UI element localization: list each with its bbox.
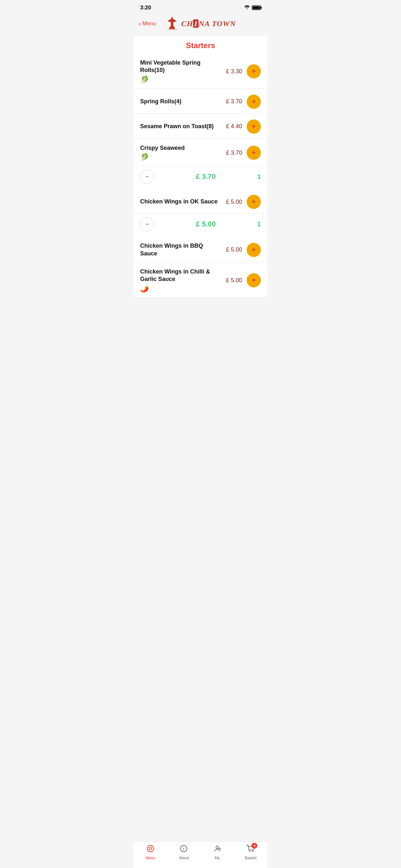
menu-item-left: Crispy Seaweed🥬 bbox=[140, 144, 220, 161]
menu-item-left: Mini Vegetable Spring Rolls(10)🥬 bbox=[140, 59, 220, 84]
restaurant-name: CH1NA TOWN bbox=[181, 19, 236, 28]
logo-area: CHINA TOWN CH1NA TOWN bbox=[165, 17, 236, 30]
menu-item-right: £ 3.70+ bbox=[220, 95, 261, 109]
decrease-quantity-button[interactable]: − bbox=[140, 169, 154, 184]
menu-item-left: Chicken Wings in Chilli & Garlic Sauce🌶️ bbox=[140, 268, 220, 293]
quantity-row: −£ 3.701 bbox=[134, 166, 267, 189]
menu-item-icon: 🥬 bbox=[140, 153, 220, 161]
menu-item-right: £ 3.70+ bbox=[220, 146, 261, 160]
add-to-cart-button[interactable]: + bbox=[247, 95, 261, 109]
add-to-cart-button[interactable]: + bbox=[247, 273, 261, 287]
add-to-cart-button[interactable]: + bbox=[247, 120, 261, 134]
menu-item-name: Mini Vegetable Spring Rolls(10) bbox=[140, 59, 201, 73]
quantity-price: £ 3.70 bbox=[196, 173, 216, 181]
back-chevron-icon: ‹ bbox=[139, 20, 141, 27]
menu-item: Chicken Wings in OK Sauce£ 5.00+ bbox=[134, 189, 267, 214]
plus-icon: + bbox=[252, 198, 256, 206]
section-title-container: Starters bbox=[134, 35, 267, 53]
add-to-cart-button[interactable]: + bbox=[247, 195, 261, 209]
add-to-cart-button[interactable]: + bbox=[247, 64, 261, 79]
menu-item: Chicken Wings in BBQ Sauce£ 5.00+ bbox=[134, 237, 267, 262]
plus-icon: + bbox=[252, 246, 256, 253]
plus-icon: + bbox=[252, 68, 256, 75]
menu-item-price: £ 4.40 bbox=[220, 123, 242, 130]
battery-icon bbox=[252, 5, 261, 10]
menu-item-right: £ 5.00+ bbox=[220, 243, 261, 257]
plus-icon: + bbox=[252, 277, 256, 284]
menu-item-price: £ 3.30 bbox=[220, 68, 242, 75]
header: ‹ Menu CHINA TOWN CH1NA TOWN bbox=[134, 13, 267, 35]
content-area: Starters Mini Vegetable Spring Rolls(10)… bbox=[134, 35, 267, 330]
menu-item-name: Crispy Seaweed bbox=[140, 145, 185, 151]
plus-icon: + bbox=[252, 149, 256, 156]
menu-item-name: Spring Rolls(4) bbox=[140, 98, 181, 104]
menu-item-price: £ 5.00 bbox=[220, 198, 242, 206]
menu-item-right: £ 3.30+ bbox=[220, 64, 261, 79]
menu-item-left: Spring Rolls(4) bbox=[140, 98, 220, 105]
menu-item-name: Chicken Wings in BBQ Sauce bbox=[140, 243, 203, 256]
back-button[interactable]: ‹ Menu bbox=[139, 20, 156, 27]
status-bar: 3:20 ··· bbox=[134, 0, 267, 13]
signal-icon: ··· bbox=[237, 5, 242, 10]
quantity-count: 1 bbox=[257, 221, 261, 228]
status-icons: ··· bbox=[237, 5, 261, 11]
add-to-cart-button[interactable]: + bbox=[247, 243, 261, 257]
menu-item-left: Chicken Wings in OK Sauce bbox=[140, 198, 220, 206]
minus-icon: − bbox=[145, 174, 149, 180]
menu-item-icon: 🥬 bbox=[140, 75, 220, 84]
menu-item-price: £ 3.70 bbox=[220, 150, 242, 156]
svg-text:CHINA TOWN: CHINA TOWN bbox=[167, 29, 178, 30]
quantity-row: −£ 5.001 bbox=[134, 214, 267, 237]
menu-item-name: Chicken Wings in OK Sauce bbox=[140, 198, 218, 205]
menu-item-name: Chicken Wings in Chilli & Garlic Sauce bbox=[140, 268, 210, 282]
menu-item: Chicken Wings in Chilli & Garlic Sauce🌶️… bbox=[134, 262, 267, 298]
section-title: Starters bbox=[186, 41, 215, 50]
menu-item-right: £ 4.40+ bbox=[220, 120, 261, 134]
menu-item-name: Sesame Prawn on Toast(8) bbox=[140, 123, 214, 129]
menu-item-left: Sesame Prawn on Toast(8) bbox=[140, 123, 220, 130]
quantity-price: £ 5.00 bbox=[196, 220, 216, 228]
menu-item-right: £ 5.00+ bbox=[220, 273, 261, 287]
menu-item: Crispy Seaweed🥬£ 3.70+ bbox=[134, 138, 267, 166]
menu-item-left: Chicken Wings in BBQ Sauce bbox=[140, 242, 220, 257]
menu-item-price: £ 5.00 bbox=[220, 277, 242, 284]
menu-list: Mini Vegetable Spring Rolls(10)🥬£ 3.30+S… bbox=[134, 53, 267, 298]
add-to-cart-button[interactable]: + bbox=[247, 146, 261, 160]
back-label: Menu bbox=[143, 20, 156, 27]
plus-icon: + bbox=[252, 98, 256, 105]
decrease-quantity-button[interactable]: − bbox=[140, 217, 154, 231]
wifi-icon bbox=[244, 5, 250, 11]
minus-icon: − bbox=[145, 221, 149, 227]
menu-item-right: £ 5.00+ bbox=[220, 195, 261, 209]
menu-item-icon: 🌶️ bbox=[140, 284, 220, 293]
menu-item: Sesame Prawn on Toast(8)£ 4.40+ bbox=[134, 114, 267, 138]
svg-point-1 bbox=[172, 17, 173, 18]
plus-icon: + bbox=[252, 123, 256, 130]
quantity-count: 1 bbox=[257, 173, 261, 181]
menu-item-price: £ 5.00 bbox=[220, 246, 242, 253]
menu-item: Spring Rolls(4)£ 3.70+ bbox=[134, 89, 267, 114]
menu-item: Mini Vegetable Spring Rolls(10)🥬£ 3.30+ bbox=[134, 53, 267, 89]
status-time: 3:20 bbox=[140, 4, 151, 11]
menu-item-price: £ 3.70 bbox=[220, 98, 242, 105]
logo-icon: CHINA TOWN bbox=[165, 17, 179, 30]
